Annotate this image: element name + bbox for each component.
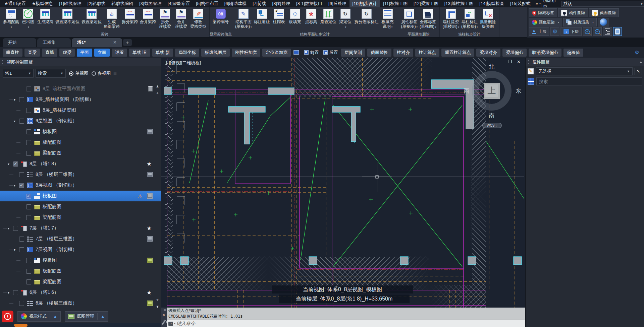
menu-item[interactable]: ★模型信息 xyxy=(29,0,56,7)
ribbon-button[interactable]: 柱帽表 ▾ xyxy=(271,8,287,30)
ribbon-button[interactable]: 批量删除 提资图▾ xyxy=(479,8,497,30)
tree-row-action-icon[interactable] xyxy=(147,279,153,284)
pick-object-button[interactable]: ↖ xyxy=(635,68,642,75)
scroll-down-icon[interactable]: ▼ xyxy=(156,298,159,302)
tree-row-badge-icon[interactable] xyxy=(138,204,144,209)
tree-row-badge-icon[interactable] xyxy=(138,97,144,102)
tree-row-badge-icon[interactable] xyxy=(138,183,144,188)
visibility-checkbox[interactable] xyxy=(26,215,31,220)
tree-row[interactable]: ▾ 板配筋图 xyxy=(0,201,161,212)
command-input[interactable] xyxy=(176,321,524,326)
visibility-checkbox[interactable] xyxy=(26,86,31,91)
visibility-checkbox[interactable] xyxy=(26,140,31,145)
tree-row-action-icon[interactable] xyxy=(147,97,153,102)
menu-item[interactable]: [2]轮廓线 xyxy=(85,0,108,7)
ribbon-button[interactable]: 墙柱提资 (单楼层)▾ xyxy=(442,8,461,30)
tree-row-action-icon[interactable] xyxy=(147,193,153,199)
tool-button[interactable]: ▾ xyxy=(593,27,602,36)
tree-row-badge-icon[interactable] xyxy=(138,301,144,306)
expander-icon[interactable]: ▾ xyxy=(14,248,19,252)
tower-select[interactable]: 塔1▼ xyxy=(3,69,34,78)
toolbar-button[interactable]: 偏移值 xyxy=(564,49,583,57)
ribbon-button[interactable]: 已出图 ▾ xyxy=(20,8,36,30)
command-input-row[interactable]: > ▾ xyxy=(167,320,525,327)
menu-item[interactable]: [10]初步设计 xyxy=(350,0,380,7)
ribbon-button[interactable]: 板填充 说明▾ xyxy=(380,8,396,30)
scroll-up-icon[interactable]: ▲ xyxy=(156,91,159,95)
tree-scrollbar[interactable]: ▲ ▲ ▼ ▼ xyxy=(155,83,160,309)
layout-select[interactable]: 默认▾ xyxy=(561,1,644,7)
tool-button[interactable]: ▾ xyxy=(603,27,612,36)
visibility-checkbox[interactable] xyxy=(26,258,31,263)
view-list-menu-icon[interactable]: ≡ xyxy=(113,70,117,77)
tool-button[interactable]: 颜色渲染▾ xyxy=(529,18,562,26)
menu-item[interactable]: [8]前处理 xyxy=(269,0,293,7)
tree-row-action-icon[interactable] xyxy=(147,215,153,220)
tree-row-action-icon[interactable] xyxy=(147,225,153,231)
tree-row[interactable]: ▾ 8层_暗柱平面布置图 xyxy=(0,83,161,94)
menu-collapse-icon[interactable] xyxy=(541,3,541,7)
compass-north[interactable]: 北 xyxy=(489,63,494,70)
visibility-checkbox[interactable] xyxy=(19,183,24,188)
tree-row[interactable]: ▾ 模板图 xyxy=(0,126,161,137)
tool-button[interactable]: 材质渲染▾ xyxy=(563,18,597,26)
tool-button[interactable]: 构件显隐▾ xyxy=(558,8,588,17)
tree-row-badge-icon[interactable] xyxy=(138,215,144,220)
toolbar-button[interactable]: 定位边加宽 xyxy=(262,49,291,57)
expander-icon[interactable]: ▾ xyxy=(8,226,13,230)
view-cube[interactable]: 北 西 东 南 上 WCS▽ xyxy=(463,64,522,129)
tree-row-action-icon[interactable] xyxy=(147,290,153,295)
document-tab[interactable]: 开始 ✕ xyxy=(3,38,36,47)
tree-row-badge-icon[interactable] xyxy=(138,118,144,124)
visibility-checkbox[interactable] xyxy=(26,279,31,284)
expander-icon[interactable]: ▾ xyxy=(14,119,19,123)
tree-row[interactable]: ▾ 梁配筋图 xyxy=(0,148,161,158)
tree-row-badge-icon[interactable] xyxy=(138,150,144,156)
tree-row-action-icon[interactable] xyxy=(147,129,153,134)
property-search-input[interactable] xyxy=(536,77,642,85)
tree-row[interactable]: ▾ 8层 （塔1 8） xyxy=(0,158,161,169)
expander-icon[interactable]: ▾ xyxy=(14,98,19,102)
menu-item[interactable]: [15]装配式 xyxy=(507,0,534,7)
ribbon-button[interactable]: 墙柱标注 (单楼层)▾ xyxy=(460,8,479,30)
toolbar-button[interactable]: 取消梁墙偏心 xyxy=(529,49,561,57)
tree-row-action-icon[interactable] xyxy=(147,118,153,124)
tool-button[interactable]: ▾ xyxy=(613,27,622,36)
visibility-checkbox[interactable] xyxy=(19,172,24,177)
tree-row[interactable]: ▾ 6层 （塔1 6） xyxy=(0,287,161,298)
expander-icon[interactable]: ▾ xyxy=(14,184,19,187)
tree-row-badge-icon[interactable] xyxy=(138,236,144,242)
tree-row-badge-icon[interactable] xyxy=(138,290,144,295)
tool-button[interactable]: 下层▾ xyxy=(560,27,582,36)
tree-row[interactable]: ▾ 模板图 xyxy=(0,255,161,266)
expander-icon[interactable]: ▾ xyxy=(8,162,13,166)
toolbar-button[interactable]: 直墙 xyxy=(42,49,57,57)
toolbar-button[interactable]: 单线 旧 xyxy=(129,49,150,57)
menu-item[interactable]: [11]板施工图 xyxy=(380,0,411,7)
scroll-down-icon[interactable]: ▼ xyxy=(156,305,159,309)
toolbar-button[interactable]: 刚性杆加宽 xyxy=(232,49,260,57)
toolbar-settings-gear-icon[interactable]: ⚙ xyxy=(635,49,641,56)
toolbar-button[interactable]: 板虚线图层 xyxy=(201,49,230,57)
close-command-icon[interactable]: × xyxy=(162,312,165,318)
ribbon-button[interactable]: 点标高 ▾ xyxy=(303,8,319,30)
compass-south[interactable]: 南 xyxy=(489,112,494,120)
visibility-checkbox[interactable] xyxy=(26,204,31,209)
expand-up-icon[interactable]: ▲ xyxy=(53,314,57,319)
tree-row-badge-icon[interactable] xyxy=(138,108,144,113)
menu-item[interactable]: [4]智能布置 xyxy=(165,0,193,7)
tool-button[interactable]: ▾ xyxy=(583,27,592,36)
tree-row-action-icon[interactable] xyxy=(147,236,153,242)
visibility-checkbox[interactable] xyxy=(19,237,24,242)
visibility-checkbox[interactable] xyxy=(19,97,24,102)
tree-row[interactable]: ▾ 8层视图 （剖切框） xyxy=(0,180,161,191)
menu-item[interactable]: [6]辅助建模 xyxy=(221,0,250,7)
compass-west[interactable]: 西 xyxy=(464,87,469,95)
tree-row-action-icon[interactable] xyxy=(147,161,153,167)
visual-style-button[interactable]: 视觉样式 ▲ xyxy=(17,311,61,322)
tree-row-action-icon[interactable] xyxy=(147,150,153,156)
menu-item[interactable]: [12]梁施工图 xyxy=(411,0,441,7)
multi-view-radio[interactable]: 多视图 xyxy=(92,70,111,76)
toolbar-button[interactable]: 详看 xyxy=(112,49,127,57)
visibility-checkbox[interactable] xyxy=(26,194,31,199)
